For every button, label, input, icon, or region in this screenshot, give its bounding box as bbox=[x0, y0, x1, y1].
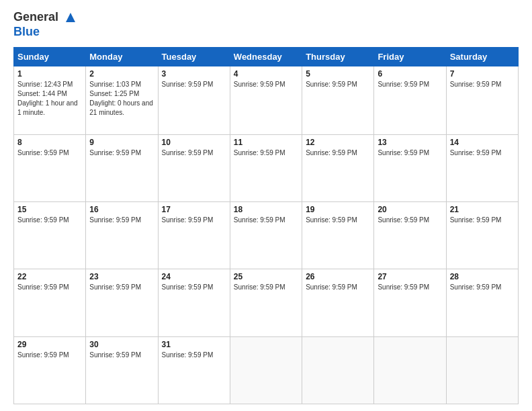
day-number: 30 bbox=[89, 340, 154, 349]
day-info: Sunrise: 9:59 PM bbox=[17, 351, 82, 360]
calendar-cell bbox=[230, 336, 302, 404]
calendar-cell bbox=[446, 336, 518, 404]
calendar-cell: 27Sunrise: 9:59 PM bbox=[374, 269, 446, 336]
day-info: Sunrise: 1:03 PM Sunset: 1:25 PM Dayligh… bbox=[89, 80, 154, 118]
day-info: Sunrise: 9:59 PM bbox=[306, 283, 370, 292]
logo: General Blue bbox=[13, 10, 78, 39]
calendar-cell: 29Sunrise: 9:59 PM bbox=[14, 336, 86, 404]
calendar-cell: 31Sunrise: 9:59 PM bbox=[158, 336, 230, 404]
day-info: Sunrise: 9:59 PM bbox=[378, 216, 442, 225]
calendar-cell: 15Sunrise: 9:59 PM bbox=[14, 201, 86, 269]
day-info: Sunrise: 9:59 PM bbox=[17, 216, 82, 225]
day-info: Sunrise: 9:59 PM bbox=[378, 283, 442, 292]
day-info: Sunrise: 9:59 PM bbox=[162, 351, 226, 360]
day-number: 24 bbox=[162, 272, 226, 281]
day-number: 11 bbox=[234, 138, 298, 147]
calendar-cell: 7Sunrise: 9:59 PM bbox=[446, 66, 518, 135]
calendar-cell: 5Sunrise: 9:59 PM bbox=[302, 66, 374, 135]
weekday-header-tuesday: Tuesday bbox=[158, 48, 230, 66]
logo-general: General bbox=[13, 10, 58, 24]
day-number: 7 bbox=[450, 69, 515, 79]
calendar-cell: 12Sunrise: 9:59 PM bbox=[302, 134, 374, 201]
day-info: Sunrise: 9:59 PM bbox=[234, 283, 298, 292]
day-number: 22 bbox=[17, 272, 82, 281]
weekday-header-thursday: Thursday bbox=[302, 48, 374, 66]
calendar-cell: 30Sunrise: 9:59 PM bbox=[86, 336, 158, 404]
weekday-header-sunday: Sunday bbox=[14, 48, 86, 66]
day-number: 20 bbox=[378, 205, 442, 214]
day-number: 6 bbox=[378, 69, 442, 79]
day-number: 3 bbox=[162, 69, 226, 79]
calendar-cell bbox=[302, 336, 374, 404]
day-number: 31 bbox=[162, 340, 226, 349]
day-number: 25 bbox=[234, 272, 298, 281]
calendar-body: 1Sunrise: 12:43 PM Sunset: 1:44 PM Dayli… bbox=[14, 66, 519, 404]
day-info: Sunrise: 9:59 PM bbox=[306, 216, 370, 225]
day-info: Sunrise: 9:59 PM bbox=[17, 148, 82, 158]
day-number: 26 bbox=[306, 272, 370, 281]
day-info: Sunrise: 9:59 PM bbox=[450, 283, 515, 292]
day-info: Sunrise: 9:59 PM bbox=[450, 80, 515, 89]
calendar-cell: 21Sunrise: 9:59 PM bbox=[446, 201, 518, 269]
day-number: 27 bbox=[378, 272, 442, 281]
calendar-cell: 16Sunrise: 9:59 PM bbox=[86, 201, 158, 269]
calendar-cell: 14Sunrise: 9:59 PM bbox=[446, 134, 518, 201]
day-number: 9 bbox=[89, 138, 154, 147]
week-row-2: 8Sunrise: 9:59 PM9Sunrise: 9:59 PM10Sunr… bbox=[14, 134, 519, 201]
calendar-cell: 28Sunrise: 9:59 PM bbox=[446, 269, 518, 336]
calendar-cell: 4Sunrise: 9:59 PM bbox=[230, 66, 302, 135]
calendar-cell: 25Sunrise: 9:59 PM bbox=[230, 269, 302, 336]
logo-text: General Blue bbox=[13, 10, 78, 39]
day-info: Sunrise: 12:43 PM Sunset: 1:44 PM Daylig… bbox=[17, 80, 82, 118]
day-info: Sunrise: 9:59 PM bbox=[234, 148, 298, 158]
day-number: 17 bbox=[162, 205, 226, 214]
week-row-1: 1Sunrise: 12:43 PM Sunset: 1:44 PM Dayli… bbox=[14, 66, 519, 135]
weekday-header-row: SundayMondayTuesdayWednesdayThursdayFrid… bbox=[14, 48, 519, 66]
day-number: 16 bbox=[89, 205, 154, 214]
day-number: 29 bbox=[17, 340, 82, 349]
day-number: 15 bbox=[17, 205, 82, 214]
day-number: 14 bbox=[450, 138, 515, 147]
calendar-cell: 17Sunrise: 9:59 PM bbox=[158, 201, 230, 269]
calendar-cell: 11Sunrise: 9:59 PM bbox=[230, 134, 302, 201]
day-number: 18 bbox=[234, 205, 298, 214]
day-number: 23 bbox=[89, 272, 154, 281]
day-info: Sunrise: 9:59 PM bbox=[162, 80, 226, 89]
day-info: Sunrise: 9:59 PM bbox=[89, 216, 154, 225]
header: General Blue bbox=[13, 10, 519, 39]
day-number: 21 bbox=[450, 205, 515, 214]
calendar-cell: 19Sunrise: 9:59 PM bbox=[302, 201, 374, 269]
day-info: Sunrise: 9:59 PM bbox=[162, 283, 226, 292]
calendar-cell: 23Sunrise: 9:59 PM bbox=[86, 269, 158, 336]
day-info: Sunrise: 9:59 PM bbox=[89, 283, 154, 292]
calendar-cell: 3Sunrise: 9:59 PM bbox=[158, 66, 230, 135]
calendar-cell: 9Sunrise: 9:59 PM bbox=[86, 134, 158, 201]
day-info: Sunrise: 9:59 PM bbox=[17, 283, 82, 292]
day-info: Sunrise: 9:59 PM bbox=[378, 148, 442, 158]
calendar-cell: 18Sunrise: 9:59 PM bbox=[230, 201, 302, 269]
day-number: 28 bbox=[450, 272, 515, 281]
day-number: 2 bbox=[89, 69, 154, 79]
weekday-header-wednesday: Wednesday bbox=[230, 48, 302, 66]
calendar-cell: 10Sunrise: 9:59 PM bbox=[158, 134, 230, 201]
week-row-4: 22Sunrise: 9:59 PM23Sunrise: 9:59 PM24Su… bbox=[14, 269, 519, 336]
calendar-cell: 1Sunrise: 12:43 PM Sunset: 1:44 PM Dayli… bbox=[14, 66, 86, 135]
calendar-cell: 26Sunrise: 9:59 PM bbox=[302, 269, 374, 336]
day-info: Sunrise: 9:59 PM bbox=[234, 80, 298, 89]
week-row-3: 15Sunrise: 9:59 PM16Sunrise: 9:59 PM17Su… bbox=[14, 201, 519, 269]
calendar-cell: 6Sunrise: 9:59 PM bbox=[374, 66, 446, 135]
page: General Blue SundayMondayTuesdayWednesda… bbox=[0, 0, 532, 411]
week-row-5: 29Sunrise: 9:59 PM30Sunrise: 9:59 PM31Su… bbox=[14, 336, 519, 404]
weekday-header-saturday: Saturday bbox=[446, 48, 518, 66]
day-number: 5 bbox=[306, 69, 370, 79]
day-number: 12 bbox=[306, 138, 370, 147]
day-info: Sunrise: 9:59 PM bbox=[89, 351, 154, 360]
day-info: Sunrise: 9:59 PM bbox=[450, 148, 515, 158]
day-info: Sunrise: 9:59 PM bbox=[234, 216, 298, 225]
day-number: 10 bbox=[162, 138, 226, 147]
day-info: Sunrise: 9:59 PM bbox=[306, 148, 370, 158]
calendar: SundayMondayTuesdayWednesdayThursdayFrid… bbox=[13, 47, 519, 404]
day-number: 4 bbox=[234, 69, 298, 79]
day-info: Sunrise: 9:59 PM bbox=[89, 148, 154, 158]
calendar-cell: 2Sunrise: 1:03 PM Sunset: 1:25 PM Daylig… bbox=[86, 66, 158, 135]
